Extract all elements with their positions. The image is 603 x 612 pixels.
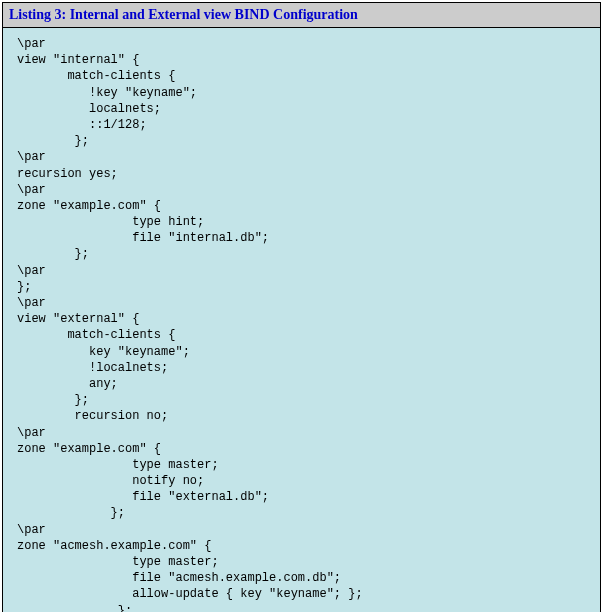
- listing-caption: Listing 3: Internal and External view BI…: [3, 3, 600, 28]
- listing-code: \par view "internal" { match-clients { !…: [3, 28, 600, 612]
- code-listing: Listing 3: Internal and External view BI…: [2, 2, 601, 612]
